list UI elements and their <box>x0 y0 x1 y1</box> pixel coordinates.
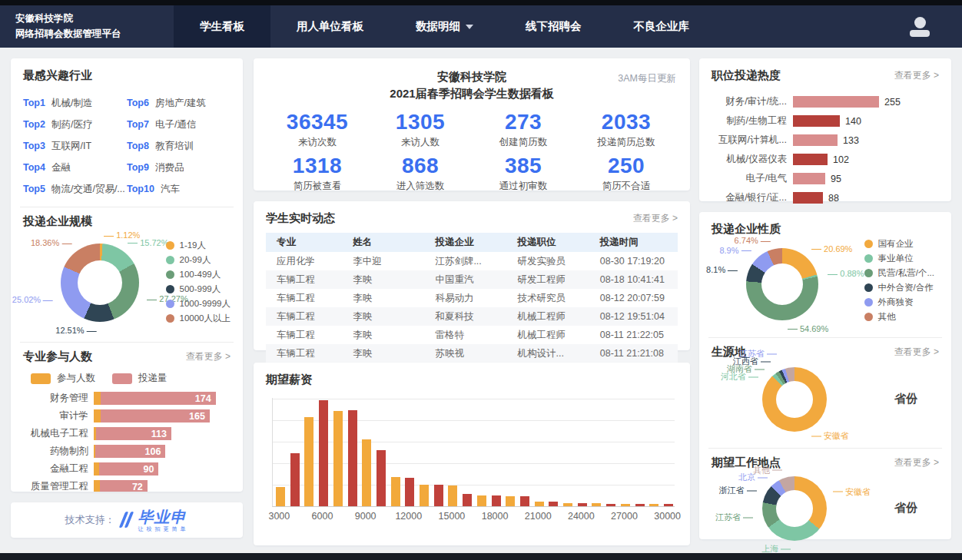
interest-item: Top6房地产/建筑 <box>127 92 231 114</box>
overview-card: 安徽科技学院 2021届春季招聘会学生数据看板 3AM每日更新 36345来访次… <box>254 58 690 191</box>
salary-card: 期望薪资 30006000900012000150001800021000240… <box>254 363 690 545</box>
label-leader-line <box>767 353 777 354</box>
nav-tab-学生看板[interactable]: 学生看板 <box>174 5 270 48</box>
legend-dot <box>166 241 174 250</box>
stat-label: 来访人数 <box>369 136 472 149</box>
chevron-down-icon <box>466 25 473 29</box>
table-cell: 李映 <box>348 307 430 326</box>
major-label: 财务管理 <box>23 392 94 405</box>
job-heat-see-more-link[interactable]: 查看更多 > <box>894 69 939 82</box>
legend-dot <box>864 269 873 277</box>
pie-slice-label: 江苏省 <box>715 512 755 523</box>
pie-slice-label: 6.74% <box>735 236 773 245</box>
interest-rank: Top6 <box>127 98 149 108</box>
stat-value: 1318 <box>266 154 369 178</box>
salary-bar <box>304 417 313 506</box>
heat-bar-row: 制药/生物工程140 <box>712 111 939 131</box>
salary-x-axis: 3000600090001200015000180002100024000270… <box>272 509 675 524</box>
company-type-donut-chart: 20.69%0.88%54.69%8.1%8.9%6.74%国有企业事业单位民营… <box>712 237 939 330</box>
interest-rank: Top8 <box>127 141 149 151</box>
tech-support-label: 技术支持： <box>65 513 115 527</box>
pie-slice-label: 其他 <box>753 464 785 476</box>
label-leader-line <box>811 436 821 437</box>
legend-dot <box>166 285 174 293</box>
activity-see-more-link[interactable]: 查看更多 > <box>633 212 678 225</box>
salary-bar <box>492 495 501 506</box>
nav-tab-线下招聘会[interactable]: 线下招聘会 <box>499 5 608 48</box>
legend-dot <box>864 240 873 248</box>
x-tick-label: 24000 <box>568 511 595 522</box>
heat-value: 255 <box>884 97 901 108</box>
job-heat-bar-chart: 财务/审计/统...255制药/生物工程140互联网/计算机...133机械/仪… <box>712 92 939 207</box>
table-cell: 车辆工程 <box>266 326 348 344</box>
legend-dot <box>864 254 873 263</box>
label-leader-line <box>43 300 53 301</box>
heat-bar-row: 互联网/计算机...133 <box>712 131 939 150</box>
table-cell: 机械工程师 <box>513 326 595 344</box>
table-cell: 机械工程师 <box>513 307 595 326</box>
interest-rank: Top3 <box>23 141 45 151</box>
label-leader-line <box>758 477 768 478</box>
work-location-see-more-link[interactable]: 查看更多 > <box>894 456 939 469</box>
salary-bar <box>520 496 529 506</box>
left-panel-card: 最感兴趣行业 Top1机械/制造Top6房地产/建筑Top2制药/医疗Top7电… <box>11 58 243 492</box>
legend-dot <box>864 313 873 321</box>
interest-item: Top8教育培训 <box>127 135 231 157</box>
heat-value: 88 <box>828 193 839 204</box>
legend-item: 事业单位 <box>864 251 934 266</box>
donut-hole <box>761 263 803 305</box>
salary-title: 期望薪资 <box>266 373 678 387</box>
legend-dot <box>166 256 174 264</box>
legend-swatch <box>31 373 51 384</box>
majors-see-more-link[interactable]: 查看更多 > <box>186 350 231 363</box>
platform-title-line2: 网络招聘会数据管理平台 <box>15 27 174 41</box>
nav-tab-不良企业库[interactable]: 不良企业库 <box>608 5 716 48</box>
pie-slice-label: 8.1% <box>706 265 740 274</box>
origin-see-more-link[interactable]: 查看更多 > <box>894 346 939 359</box>
interest-item: Top2制药/医疗 <box>23 114 127 135</box>
job-heat-card: 职位投递热度 查看更多 > 财务/审计/统...255制药/生物工程140互联网… <box>699 58 951 201</box>
pie-slice-label: 54.69% <box>785 324 828 333</box>
tech-support-tagline: 让校招更简单 <box>138 526 189 532</box>
label-leader-line <box>147 300 157 300</box>
user-account-button[interactable] <box>910 17 930 37</box>
interest-item: Top7电子/通信 <box>127 114 231 135</box>
stat-label: 进入筛选数 <box>369 180 472 193</box>
label-leader-line <box>61 244 71 244</box>
heat-value: 140 <box>845 116 861 127</box>
table-cell: 雷格特 <box>430 326 513 344</box>
heat-bar <box>793 134 838 146</box>
interest-item: Top3互联网/IT <box>23 135 127 157</box>
salary-bar <box>319 400 328 506</box>
right-panel-card: 投递企业性质 20.69%0.88%54.69%8.1%8.9%6.74%国有企… <box>699 212 951 539</box>
interest-item: Top1机械/制造 <box>23 92 127 114</box>
nav-tab-数据明细[interactable]: 数据明细 <box>390 5 499 48</box>
window-top-strip <box>0 0 962 5</box>
heat-value: 102 <box>833 154 849 165</box>
column-header: 投递时间 <box>595 233 678 252</box>
legend-dot <box>166 300 174 308</box>
table-cell: 08-11 21:22:05 <box>595 326 678 344</box>
salary-bar <box>448 485 457 506</box>
nav-tab-用人单位看板[interactable]: 用人单位看板 <box>270 5 390 48</box>
major-label: 机械电子工程 <box>23 427 94 440</box>
major-label: 金融工程 <box>23 462 94 476</box>
stat-value: 868 <box>369 154 472 178</box>
chart-legend: 1-19人20-99人100-499人500-999人1000-9999人100… <box>166 238 231 326</box>
activity-card: 学生实时动态 查看更多 > 专业姓名投递企业投递职位投递时间应用化学李中迎江苏剑… <box>254 201 690 350</box>
stat-label: 投递简历总数 <box>575 136 678 149</box>
legend-dot <box>864 298 873 307</box>
x-tick-label: 12000 <box>395 511 422 522</box>
table-row: 车辆工程李映雷格特机械工程师08-11 21:22:05 <box>266 326 678 344</box>
salary-bar <box>362 439 371 506</box>
interest-label: 教育培训 <box>155 140 194 153</box>
interest-label: 机械/制造 <box>51 97 92 110</box>
heat-label: 机械/仪器仪表 <box>712 153 793 166</box>
table-row: 车辆工程李映中国重汽研发工程师08-18 10:41:41 <box>266 270 678 289</box>
interest-rank: Top4 <box>23 162 45 173</box>
donut-hole <box>78 260 122 305</box>
deliveries-bar: 174 <box>101 392 216 405</box>
heat-label: 互联网/计算机... <box>712 134 793 147</box>
stat-block: 868进入筛选数 <box>369 154 472 193</box>
column-header: 投递企业 <box>430 233 513 252</box>
